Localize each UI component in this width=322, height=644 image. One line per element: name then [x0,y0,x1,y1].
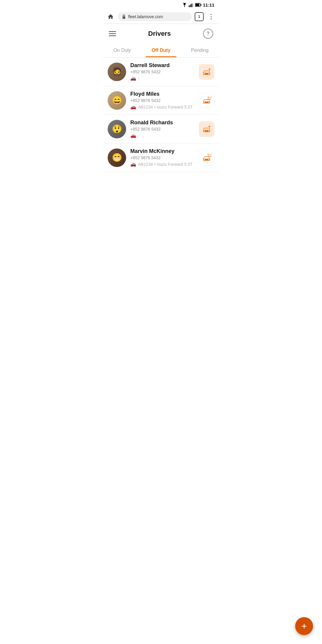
svg-rect-6 [195,4,199,6]
tabs-bar: On Duty Off Duty Pending [103,44,219,58]
status-time: 11:11 [203,2,214,7]
driver-info-3: Ronald Richards+852 9876 5432🚗- [130,120,195,138]
unassign-vehicle-button-2[interactable] [199,93,214,108]
svg-rect-20 [208,126,210,127]
driver-vehicle-1: 🚗- [130,75,195,81]
more-options-button[interactable]: ⋮ [207,12,216,22]
driver-avatar-4: 😁 [108,148,126,167]
driver-vehicle-2: 🚗AB1234 • Isuzu Forward 5.5T [130,104,195,110]
browser-bar: fleet.lalamove.com 1 ⋮ [103,10,219,24]
status-icons: 11:11 [182,2,214,7]
driver-phone-4: +852 9876 5432 [130,155,195,160]
driver-vehicle-text-4: AB1234 • Isuzu Forward 5.5T [138,162,193,167]
driver-name-1: Darrell Steward [130,62,195,69]
driver-vehicle-3: 🚗- [130,133,195,138]
url-bar[interactable]: fleet.lalamove.com [118,12,192,21]
car-icon: 🚗 [130,133,136,138]
driver-vehicle-text-1: - [138,76,140,81]
menu-line-1 [109,31,116,32]
battery-icon [195,3,202,7]
svg-point-21 [204,159,205,160]
tab-off-duty[interactable]: Off Duty [142,44,180,57]
home-button[interactable] [106,13,115,21]
svg-rect-2 [190,4,191,7]
lock-icon [122,14,126,19]
tab-count-button[interactable]: 1 [195,12,204,21]
unassign-vehicle-button-4[interactable] [199,150,214,165]
status-bar: 11:11 [103,0,219,10]
driver-avatar-1: 🧔 [108,63,126,81]
help-button[interactable]: ? [203,29,213,39]
driver-card-1: 🧔Darrell Steward+852 9876 5432🚗- [103,58,219,86]
driver-vehicle-text-3: - [138,133,140,138]
driver-name-2: Floyd Miles [130,91,195,97]
svg-point-0 [184,6,185,7]
signal-icon [189,3,193,7]
driver-card-3: 😲Ronald Richards+852 9876 5432🚗- [103,115,219,143]
svg-rect-12 [208,69,210,69]
car-icon: 🚗 [130,161,136,167]
driver-phone-2: +852 9876 5432 [130,98,195,103]
driver-list: 🧔Darrell Steward+852 9876 5432🚗- 😄Floyd … [103,58,219,172]
driver-vehicle-text-2: AB1234 • Isuzu Forward 5.5T [138,105,193,109]
svg-rect-24 [208,154,211,155]
svg-rect-1 [189,5,190,7]
assign-vehicle-button-3[interactable] [199,121,214,137]
car-icon: 🚗 [130,75,136,81]
svg-rect-4 [193,3,193,7]
driver-name-3: Ronald Richards [130,120,195,126]
page-title: Drivers [148,30,171,38]
driver-phone-1: +852 9876 5432 [130,69,195,74]
svg-rect-16 [208,97,211,97]
menu-line-2 [109,33,116,34]
driver-avatar-2: 😄 [108,91,126,110]
car-add-icon [202,125,211,133]
home-icon [107,13,114,20]
driver-phone-3: +852 9876 5432 [130,127,195,131]
svg-point-13 [204,101,205,103]
menu-line-3 [109,35,116,36]
svg-point-22 [208,159,210,160]
driver-avatar-3: 😲 [108,120,126,138]
svg-point-14 [208,101,210,103]
menu-button[interactable] [109,31,116,36]
driver-name-4: Marvin McKinney [130,148,195,154]
car-icon: 🚗 [130,104,136,110]
svg-point-23 [208,154,211,157]
car-add-icon [202,68,211,76]
driver-vehicle-4: 🚗AB1234 • Isuzu Forward 5.5T [130,161,195,167]
svg-rect-3 [191,4,192,7]
tab-pending[interactable]: Pending [180,44,219,57]
driver-card-4: 😁Marvin McKinney+852 9876 5432🚗AB1234 • … [103,143,219,172]
svg-point-18 [208,130,210,131]
wifi-icon [182,3,187,7]
svg-point-10 [208,73,210,74]
car-remove-icon [202,154,211,162]
svg-point-15 [208,96,211,100]
car-remove-icon [202,96,211,105]
driver-info-2: Floyd Miles+852 9876 5432🚗AB1234 • Isuzu… [130,91,195,110]
tab-on-duty[interactable]: On Duty [103,44,142,57]
svg-rect-8 [123,16,125,19]
svg-rect-7 [201,4,202,6]
app-header: Drivers ? [103,24,219,44]
driver-info-4: Marvin McKinney+852 9876 5432🚗AB1234 • I… [130,148,195,167]
driver-info-1: Darrell Steward+852 9876 5432🚗- [130,62,195,81]
driver-card-2: 😄Floyd Miles+852 9876 5432🚗AB1234 • Isuz… [103,86,219,115]
svg-point-17 [204,130,205,131]
svg-point-9 [204,73,205,74]
assign-vehicle-button-1[interactable] [199,64,214,80]
url-text: fleet.lalamove.com [128,14,163,19]
